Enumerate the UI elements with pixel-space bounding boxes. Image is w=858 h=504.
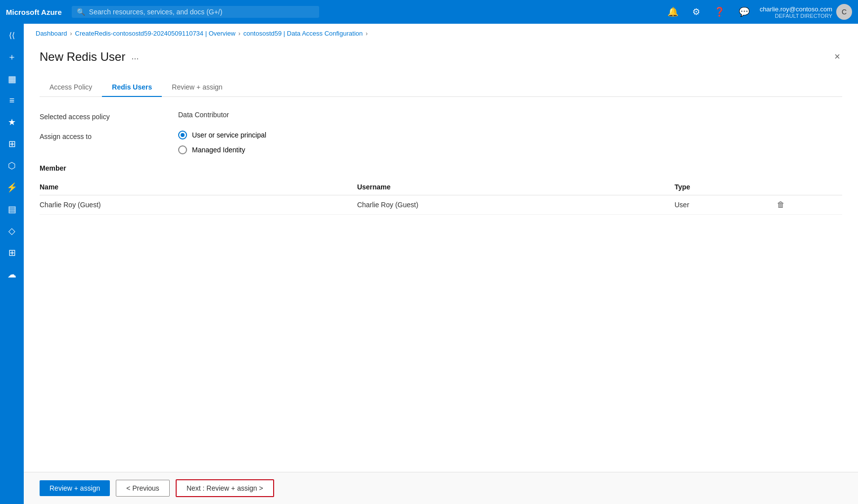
selected-policy-row: Selected access policy Data Contributor xyxy=(40,111,842,121)
feedback-icon[interactable]: 💬 xyxy=(735,4,754,19)
tab-redis-users[interactable]: Redis Users xyxy=(102,78,162,97)
sidebar-item-list[interactable]: ▤ xyxy=(0,199,24,220)
col-actions xyxy=(777,179,842,195)
tab-review-assign[interactable]: Review + assign xyxy=(162,78,232,97)
sidebar-item-grid[interactable]: ⊞ xyxy=(0,242,24,263)
sidebar-item-diamond[interactable]: ◇ xyxy=(0,221,24,241)
sidebar-item-dashboard[interactable]: ▦ xyxy=(0,69,24,90)
main-layout: ⟨⟨ ＋ ▦ ≡ ★ ⊞ ⬡ ⚡ ▤ ◇ ⊞ ☁ Dashboard › Cre… xyxy=(0,24,858,504)
breadcrumb-create-redis[interactable]: CreateRedis-contosostd59-20240509110734 … xyxy=(75,30,236,37)
review-assign-button[interactable]: Review + assign xyxy=(40,480,110,496)
content-area: Dashboard › CreateRedis-contosostd59-202… xyxy=(24,24,858,504)
breadcrumb-dashboard[interactable]: Dashboard xyxy=(36,30,67,37)
sidebar-item-portal[interactable]: ⊞ xyxy=(0,134,24,154)
radio-user-service-label: User or service principal xyxy=(192,131,266,139)
sidebar-item-lightning[interactable]: ⚡ xyxy=(0,177,24,198)
close-button[interactable]: × xyxy=(832,49,842,64)
breadcrumb-sep-2: › xyxy=(238,30,240,37)
notifications-icon[interactable]: 🔔 xyxy=(664,4,682,19)
radio-user-service-circle xyxy=(178,131,187,139)
sidebar-collapse-button[interactable]: ⟨⟨ xyxy=(0,26,24,45)
star-icon: ★ xyxy=(8,117,16,128)
user-menu[interactable]: charlie.roy@contoso.com DEFAULT DIRECTOR… xyxy=(760,4,852,20)
user-directory: DEFAULT DIRECTORY xyxy=(760,13,832,19)
member-section: Member Name Username Type Charlie Roy (G… xyxy=(40,164,842,215)
panel-title-text: New Redis User xyxy=(40,50,125,64)
next-review-assign-button[interactable]: Next : Review + assign > xyxy=(176,479,274,497)
table-row: Charlie Roy (Guest) Charlie Roy (Guest) … xyxy=(40,195,842,215)
radio-managed-identity-label: Managed Identity xyxy=(192,146,245,154)
sidebar-item-all-services[interactable]: ≡ xyxy=(0,91,24,111)
member-section-label: Member xyxy=(40,164,842,172)
member-table: Name Username Type Charlie Roy (Guest) C… xyxy=(40,179,842,215)
settings-icon[interactable]: ⚙ xyxy=(688,4,704,19)
help-icon[interactable]: ❓ xyxy=(710,4,729,19)
col-username: Username xyxy=(357,179,675,195)
breadcrumb: Dashboard › CreateRedis-contosostd59-202… xyxy=(24,24,858,39)
assign-access-label: Assign access to xyxy=(40,131,178,140)
col-type: Type xyxy=(674,179,776,195)
panel: New Redis User ... × Access Policy Redis… xyxy=(24,39,858,504)
breadcrumb-sep-1: › xyxy=(70,30,72,37)
panel-title-container: New Redis User ... xyxy=(40,50,139,64)
top-navigation: Microsoft Azure 🔍 🔔 ⚙ ❓ 💬 charlie.roy@co… xyxy=(0,0,858,24)
brand-name: Microsoft Azure xyxy=(6,8,62,16)
user-avatar[interactable]: C xyxy=(836,4,852,20)
grid-icon: ⊞ xyxy=(8,138,16,149)
panel-header: New Redis User ... × xyxy=(40,49,842,64)
selected-policy-label: Selected access policy xyxy=(40,111,178,121)
sidebar-item-resource[interactable]: ⬡ xyxy=(0,155,24,176)
sidebar-item-add[interactable]: ＋ xyxy=(0,46,24,68)
user-email: charlie.roy@contoso.com xyxy=(760,5,832,13)
cloud-icon: ☁ xyxy=(7,269,16,280)
breadcrumb-data-access[interactable]: contosostd59 | Data Access Configuration xyxy=(243,30,363,37)
plus-icon: ＋ xyxy=(7,51,16,63)
resource-icon: ⬡ xyxy=(8,160,16,171)
apps-icon: ⊞ xyxy=(8,247,16,258)
row-username: Charlie Roy (Guest) xyxy=(357,195,675,215)
panel-more-button[interactable]: ... xyxy=(131,51,139,62)
previous-button[interactable]: < Previous xyxy=(116,480,170,497)
table-header-row: Name Username Type xyxy=(40,179,842,195)
search-input[interactable] xyxy=(89,8,314,16)
delete-row-button[interactable]: 🗑 xyxy=(777,200,785,209)
tabs-container: Access Policy Redis Users Review + assig… xyxy=(40,78,842,97)
search-icon: 🔍 xyxy=(77,8,85,16)
selected-policy-value: Data Contributor xyxy=(178,111,229,119)
radio-managed-identity-circle xyxy=(178,145,187,154)
lightning-icon: ⚡ xyxy=(6,182,17,193)
list-icon: ≡ xyxy=(9,95,15,106)
dashboard-icon: ▦ xyxy=(8,74,16,85)
assign-access-row: Assign access to User or service princip… xyxy=(40,131,842,154)
row-name: Charlie Roy (Guest) xyxy=(40,195,357,215)
footer: Review + assign < Previous Next : Review… xyxy=(24,472,858,504)
menu-list-icon: ▤ xyxy=(8,204,16,215)
radio-group: User or service principal Managed Identi… xyxy=(178,131,266,154)
diamond-icon: ◇ xyxy=(8,226,15,236)
tab-access-policy[interactable]: Access Policy xyxy=(40,78,102,97)
col-name: Name xyxy=(40,179,357,195)
search-bar[interactable]: 🔍 xyxy=(72,6,319,18)
sidebar-item-favorites[interactable]: ★ xyxy=(0,112,24,133)
radio-user-service[interactable]: User or service principal xyxy=(178,131,266,139)
row-type: User xyxy=(674,195,776,215)
sidebar-item-cloud[interactable]: ☁ xyxy=(0,264,24,285)
sidebar: ⟨⟨ ＋ ▦ ≡ ★ ⊞ ⬡ ⚡ ▤ ◇ ⊞ ☁ xyxy=(0,24,24,504)
breadcrumb-sep-3: › xyxy=(366,30,368,37)
radio-managed-identity[interactable]: Managed Identity xyxy=(178,145,266,154)
